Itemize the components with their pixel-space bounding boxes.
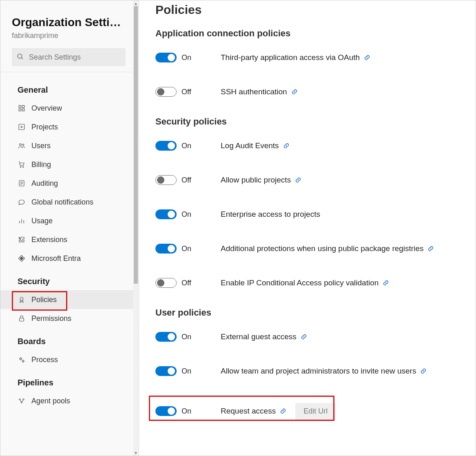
svg-point-24 <box>19 399 20 400</box>
svg-rect-5 <box>22 109 24 111</box>
sidebar-item-global-notifications[interactable]: Global notifications <box>0 193 133 211</box>
policy-audit: On Log Audit Events <box>155 136 472 156</box>
toggle-enterprise-access[interactable] <box>155 209 177 219</box>
section-security-policies: Security policies <box>155 116 472 127</box>
toggle-audit[interactable] <box>155 141 177 151</box>
toggle-invite-users[interactable] <box>155 366 177 376</box>
scroll-down-icon[interactable]: ▼ <box>133 450 139 456</box>
svg-point-0 <box>18 54 22 58</box>
link-icon[interactable] <box>291 88 299 96</box>
svg-rect-3 <box>22 105 24 107</box>
link-icon[interactable] <box>295 176 302 184</box>
search-icon <box>17 53 24 62</box>
sidebar-title: Organization Settin… <box>12 16 122 29</box>
sidebar-item-users[interactable]: Users <box>0 136 133 155</box>
gears-icon <box>18 356 26 364</box>
sidebar-item-policies[interactable]: Policies <box>0 290 133 309</box>
toggle-ssh[interactable] <box>155 87 177 97</box>
sidebar-item-extensions[interactable]: Extensions <box>0 230 133 249</box>
sidebar-item-label: Permissions <box>31 314 71 323</box>
toggle-ip-conditional[interactable] <box>155 278 177 288</box>
svg-point-12 <box>23 167 24 167</box>
main-content: Policies Application connection policies… <box>139 0 476 456</box>
svg-point-22 <box>20 358 22 360</box>
sidebar-item-usage[interactable]: Usage <box>0 211 133 230</box>
sidebar-item-label: Billing <box>31 160 51 169</box>
sidebar-item-label: Users <box>31 142 51 150</box>
sidebar-item-auditing[interactable]: Auditing <box>0 174 133 193</box>
policy-label: Enterprise access to projects <box>221 210 320 219</box>
policy-package-protections: On Additional protections when using pub… <box>155 239 472 258</box>
policy-label: Allow team and project administrators to… <box>221 367 416 376</box>
group-pipelines: Pipelines <box>0 369 133 391</box>
link-icon[interactable] <box>364 54 371 61</box>
plus-box-icon <box>18 123 26 131</box>
link-icon[interactable] <box>383 279 390 287</box>
link-icon[interactable] <box>420 367 427 375</box>
sidebar-item-billing[interactable]: Billing <box>0 155 133 174</box>
toggle-guest-access[interactable] <box>155 332 177 342</box>
link-icon[interactable] <box>301 333 308 340</box>
link-icon[interactable] <box>280 407 287 415</box>
toggle-oauth[interactable] <box>155 53 177 62</box>
scroll-up-icon[interactable]: ▲ <box>133 0 139 6</box>
chat-icon <box>18 198 26 206</box>
policy-label: Additional protections when using public… <box>221 244 423 253</box>
policy-label: Enable IP Conditional Access policy vali… <box>221 278 379 287</box>
page-title: Policies <box>155 3 472 17</box>
toggle-state: On <box>182 333 191 341</box>
sidebar-item-process[interactable]: Process <box>0 350 133 369</box>
grid-icon <box>18 104 26 112</box>
search-input[interactable] <box>28 53 121 62</box>
sidebar-item-microsoft-entra[interactable]: Microsoft Entra <box>0 249 133 268</box>
scroll-thumb[interactable] <box>134 6 138 284</box>
policy-ssh: Off SSH authentication <box>155 82 472 102</box>
policy-label: Request access <box>221 407 276 416</box>
link-icon[interactable] <box>427 245 435 252</box>
sidebar-nav: General Overview Projects Users Billing <box>0 72 133 410</box>
toggle-package-protections[interactable] <box>155 244 177 254</box>
policy-public-projects: Off Allow public projects <box>155 170 472 190</box>
toggle-request-access[interactable] <box>155 406 177 416</box>
svg-point-20 <box>20 297 23 300</box>
sidebar-item-label: Projects <box>31 123 58 131</box>
cart-icon <box>18 160 26 169</box>
policy-guest-access: On External guest access <box>155 327 472 347</box>
sidebar-item-agent-pools[interactable]: Agent pools <box>0 391 133 410</box>
sidebar-item-label: Usage <box>31 217 53 225</box>
edit-url-button[interactable]: Edit Url <box>295 403 336 420</box>
policy-enterprise-access: On Enterprise access to projects <box>155 205 472 224</box>
sidebar-item-label: Auditing <box>31 179 58 188</box>
toggle-public-projects[interactable] <box>155 175 177 185</box>
entra-icon <box>18 254 26 262</box>
sidebar-item-label: Process <box>31 356 58 364</box>
sidebar-item-label: Global notifications <box>31 198 93 207</box>
policy-label: Third-party application access via OAuth <box>221 53 360 62</box>
toggle-state: Off <box>182 176 191 185</box>
policy-oauth: On Third-party application access via OA… <box>155 48 472 67</box>
svg-point-11 <box>20 167 21 167</box>
toggle-state: On <box>182 367 191 376</box>
group-general: General <box>0 78 133 99</box>
bar-chart-icon <box>18 217 26 225</box>
sidebar: Organization Settin… fabrikamprime Gener… <box>0 0 139 456</box>
sidebar-scrollbar[interactable]: ▲ ▼ <box>133 0 139 456</box>
toggle-state: Off <box>182 88 191 96</box>
users-icon <box>18 142 26 150</box>
policy-request-access-row: On Request access Edit Url <box>155 396 472 428</box>
ribbon-icon <box>18 296 26 304</box>
group-boards: Boards <box>0 328 133 350</box>
link-icon[interactable] <box>283 142 290 149</box>
toggle-state: On <box>182 53 191 62</box>
svg-line-1 <box>21 58 23 59</box>
svg-rect-2 <box>19 105 21 107</box>
search-settings[interactable] <box>12 48 126 66</box>
sidebar-item-overview[interactable]: Overview <box>0 99 133 118</box>
sidebar-item-permissions[interactable]: Permissions <box>0 309 133 328</box>
svg-point-25 <box>23 399 24 400</box>
toggle-state: On <box>182 245 191 253</box>
svg-point-23 <box>22 360 24 362</box>
sidebar-item-label: Microsoft Entra <box>31 254 81 263</box>
sidebar-item-projects[interactable]: Projects <box>0 118 133 136</box>
sidebar-item-label: Agent pools <box>31 397 70 405</box>
